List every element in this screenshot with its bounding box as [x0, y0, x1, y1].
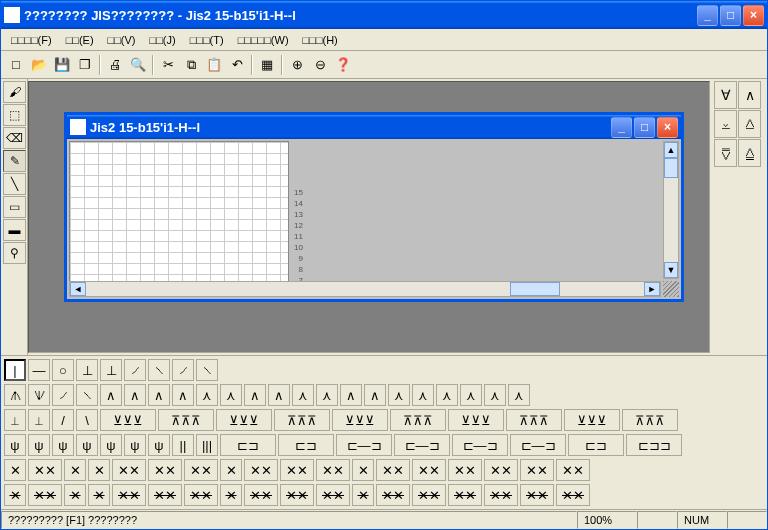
vertical-scrollbar[interactable]: ▲ ▼ — [663, 141, 679, 279]
brush-icon[interactable]: 🖌 — [3, 81, 26, 103]
stitch-glyph[interactable]: ⋏ — [460, 384, 482, 406]
stitch-glyph[interactable]: ∧ — [148, 384, 170, 406]
stitch-glyph[interactable]: ⊼⊼⊼ — [622, 409, 678, 431]
stitch-glyph[interactable]: ∧ — [340, 384, 362, 406]
stitch-glyph[interactable]: ||| — [196, 434, 218, 456]
stitch-glyph[interactable]: ψ — [100, 434, 122, 456]
menu-item-3[interactable]: □□(J) — [144, 32, 182, 48]
zoom-in-icon[interactable]: ⊕ — [286, 54, 308, 76]
pencil-icon[interactable]: ✎ — [3, 150, 26, 172]
stitch-glyph[interactable]: ⋏ — [292, 384, 314, 406]
stitch-glyph[interactable]: ∧ — [100, 384, 122, 406]
stitch-glyph[interactable]: ⊼⊼⊼ — [158, 409, 214, 431]
eraser-icon[interactable]: ⌫ — [3, 127, 26, 149]
horizontal-scrollbar[interactable]: ◄ ► — [69, 281, 661, 297]
child-titlebar[interactable]: Jis2 15-b15'i1-H--l _ □ × — [67, 115, 681, 139]
stitch-glyph[interactable]: ✕✕ — [148, 484, 182, 506]
stitch-glyph[interactable]: ⊻⊻⊻ — [448, 409, 504, 431]
menu-item-6[interactable]: □□□(H) — [297, 32, 344, 48]
stitch-glyph[interactable]: ✕✕ — [184, 484, 218, 506]
stitch-glyph[interactable]: ⋏ — [316, 384, 338, 406]
stitch-glyph[interactable]: ✕✕ — [28, 459, 62, 481]
resize-grip[interactable] — [663, 281, 679, 297]
scroll-down-icon[interactable]: ▼ — [664, 262, 678, 278]
grid-icon[interactable]: ▦ — [256, 54, 278, 76]
line-icon[interactable]: ╲ — [3, 173, 26, 195]
stitch-glyph[interactable]: ✕✕ — [28, 484, 62, 506]
stitch-glyph[interactable]: ⊏⊐ — [568, 434, 624, 456]
stitch-glyph[interactable]: ✕✕ — [520, 484, 554, 506]
main-titlebar[interactable]: ???????? JIS???????? - Jis2 15-b15'i1-H-… — [1, 1, 767, 29]
stitch-glyph[interactable]: ⟍ — [76, 384, 98, 406]
vscroll-thumb[interactable] — [664, 158, 678, 178]
stitch-glyph[interactable]: ✕✕ — [448, 459, 482, 481]
editing-grid[interactable] — [69, 141, 289, 297]
save-all-icon[interactable]: ❐ — [74, 54, 96, 76]
stitch-glyph[interactable]: ⟂ — [4, 409, 26, 431]
stitch-glyph[interactable]: ✕✕ — [376, 484, 410, 506]
stitch-glyph[interactable]: ⋏ — [388, 384, 410, 406]
scroll-left-icon[interactable]: ◄ — [70, 282, 86, 296]
close-button[interactable]: × — [743, 5, 764, 26]
stitch-glyph[interactable]: ⊏⊐⊐ — [626, 434, 682, 456]
stitch-glyph[interactable]: ✕ — [220, 484, 242, 506]
child-close-button[interactable]: × — [657, 117, 678, 138]
stitch-glyph[interactable]: ψ — [28, 434, 50, 456]
maximize-button[interactable]: □ — [720, 5, 741, 26]
open-icon[interactable]: 📂 — [28, 54, 50, 76]
zoom-out-icon[interactable]: ⊖ — [309, 54, 331, 76]
stitch-glyph[interactable]: ✕✕ — [280, 484, 314, 506]
stitch-glyph[interactable]: || — [172, 434, 194, 456]
stitch-glyph[interactable]: ∧ — [364, 384, 386, 406]
menu-item-4[interactable]: □□□(T) — [184, 32, 230, 48]
stitch-glyph[interactable]: ✕ — [4, 459, 26, 481]
stitch-glyph[interactable]: ✕✕ — [556, 484, 590, 506]
copy-icon[interactable]: ⧉ — [180, 54, 202, 76]
stitch-glyph[interactable]: ✕✕ — [412, 484, 446, 506]
stitch-glyph[interactable]: ✕✕ — [484, 484, 518, 506]
stitch-abar-icon[interactable]: ⩟ — [738, 110, 761, 138]
stitch-glyph[interactable]: ✕ — [88, 459, 110, 481]
stitch-glyph[interactable]: ⟋ — [172, 359, 194, 381]
stitch-glyph[interactable]: ⊥ — [100, 359, 122, 381]
stitch-glyph[interactable]: ⟍ — [148, 359, 170, 381]
stitch-glyph[interactable]: ✕ — [352, 484, 374, 506]
stitch-glyph[interactable]: ⟂ — [28, 409, 50, 431]
stitch-ad-icon[interactable]: ⩠ — [738, 139, 761, 167]
stitch-glyph[interactable]: ✕✕ — [316, 459, 350, 481]
preview-canvas[interactable] — [307, 141, 679, 297]
stitch-glyph[interactable]: ψ — [4, 434, 26, 456]
stitch-glyph[interactable]: ⩛ — [28, 384, 50, 406]
marquee-icon[interactable]: ⬚ — [3, 104, 26, 126]
stitch-glyph[interactable]: | — [4, 359, 26, 381]
paste-icon[interactable]: 📋 — [203, 54, 225, 76]
stitch-glyph[interactable]: ψ — [52, 434, 74, 456]
stitch-glyph[interactable]: ⟋ — [52, 384, 74, 406]
stitch-glyph[interactable]: ⊏—⊐ — [394, 434, 450, 456]
stitch-glyph[interactable]: ⊏—⊐ — [452, 434, 508, 456]
minimize-button[interactable]: _ — [697, 5, 718, 26]
stitch-glyph[interactable]: ⋏ — [436, 384, 458, 406]
stitch-glyph[interactable]: ∧ — [124, 384, 146, 406]
stitch-glyph[interactable]: ∧ — [172, 384, 194, 406]
menu-item-5[interactable]: □□□□□(W) — [232, 32, 295, 48]
stitch-glyph[interactable]: ✕✕ — [244, 484, 278, 506]
child-minimize-button[interactable]: _ — [611, 117, 632, 138]
stitch-glyph[interactable]: ⊏⊐ — [278, 434, 334, 456]
stitch-glyph[interactable]: ✕ — [352, 459, 374, 481]
print-preview-icon[interactable]: 🔍 — [127, 54, 149, 76]
menu-item-0[interactable]: □□□□(F) — [5, 32, 58, 48]
stitch-glyph[interactable]: ⋏ — [412, 384, 434, 406]
stitch-glyph[interactable]: ⋏ — [196, 384, 218, 406]
stitch-a-icon[interactable]: ∧ — [738, 81, 761, 109]
stitch-vd-icon[interactable]: ⩢ — [714, 139, 737, 167]
fillrect-icon[interactable]: ▬ — [3, 219, 26, 241]
stitch-glyph[interactable]: ⊻⊻⊻ — [564, 409, 620, 431]
stitch-glyph[interactable]: — — [28, 359, 50, 381]
new-icon[interactable]: □ — [5, 54, 27, 76]
stitch-v-icon[interactable]: ∀ — [714, 81, 737, 109]
stitch-glyph[interactable]: ✕✕ — [112, 484, 146, 506]
cut-icon[interactable]: ✂ — [157, 54, 179, 76]
stitch-glyph[interactable]: ✕✕ — [280, 459, 314, 481]
menu-item-1[interactable]: □□(E) — [60, 32, 100, 48]
